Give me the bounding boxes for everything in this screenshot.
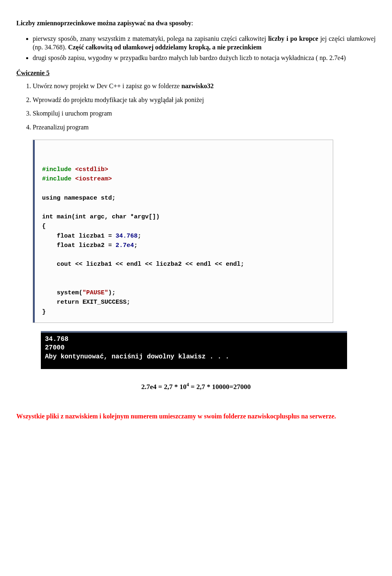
equation-line: 2.7e4 = 2,7 * 104 = 2,7 * 10000=27000 (16, 381, 376, 392)
exercise-title: Ćwiczenie 5 (16, 69, 376, 78)
step-4: Przeanalizuj program (33, 123, 376, 132)
step-3: Skompiluj i uruchom program (33, 109, 376, 118)
step-2: Wprowadź do projektu modyfikacje tak aby… (33, 96, 376, 105)
intro-bullet-2: drugi sposób zapisu, wygodny w przypadku… (33, 53, 376, 62)
code-editor: #include <cstdlib> #include <iostream> u… (33, 140, 333, 323)
fold-margin (33, 140, 35, 322)
intro-lead: Liczby zmiennoprzecinkowe można zapisywa… (16, 20, 191, 27)
footer-note: Wszystkie pliki z nazwiskiem i kolejnym … (16, 412, 376, 421)
intro-bullets: pierwszy sposób, znany wszystkim z matem… (16, 34, 376, 62)
step-1: Utwórz nowy projekt w Dev C++ i zapisz g… (33, 82, 376, 91)
intro-bullet-1: pierwszy sposób, znany wszystkim z matem… (33, 34, 376, 52)
intro-paragraph: Liczby zmiennoprzecinkowe można zapisywa… (16, 19, 376, 28)
exercise-steps: Utwórz nowy projekt w Dev C++ i zapisz g… (16, 82, 376, 131)
console-output: 34.768 27000 Aby kontynuować, naciśnij d… (41, 331, 347, 369)
